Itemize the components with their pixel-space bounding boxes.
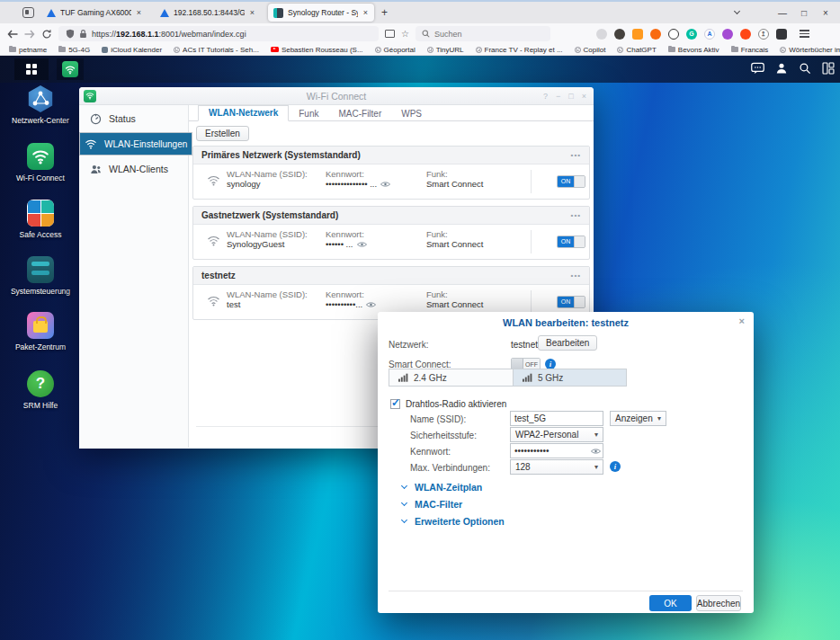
security-select[interactable]: WPA2-Personal ▾ bbox=[510, 427, 603, 442]
window-close-button[interactable]: × bbox=[815, 8, 836, 18]
widgets-icon[interactable] bbox=[822, 62, 835, 76]
dialog-close-icon[interactable]: × bbox=[739, 316, 745, 326]
section-wlan-zeitplan[interactable]: WLAN-Zeitplan bbox=[402, 482, 482, 493]
browser-tab-active[interactable]: Synology Router - SynologyRou × bbox=[268, 4, 374, 22]
bookmark-item[interactable]: Francais bbox=[731, 46, 769, 54]
bookmark-item[interactable]: petname bbox=[9, 46, 47, 54]
tab-2-4ghz[interactable]: 2.4 GHz bbox=[389, 369, 514, 386]
eye-icon[interactable] bbox=[380, 181, 390, 188]
tab-wlan-netzwerk[interactable]: WLAN-Netzwerk bbox=[198, 105, 289, 121]
firefox-view-icon[interactable] bbox=[22, 7, 34, 18]
eye-icon[interactable] bbox=[357, 241, 367, 248]
tab-close-icon[interactable]: × bbox=[249, 8, 255, 17]
network-toggle[interactable]: ON bbox=[557, 236, 585, 248]
section-mac-filter[interactable]: MAC-Filter bbox=[402, 499, 462, 510]
desktop-icon-safe-access[interactable]: Safe Access bbox=[0, 200, 81, 240]
desktop-icon-systemsteuerung[interactable]: Systemsteuerung bbox=[0, 256, 81, 297]
sidebar-item-wlan-einstellungen[interactable]: WLAN-Einstellungen bbox=[79, 132, 192, 156]
edit-network-button[interactable]: Bearbeiten bbox=[538, 335, 597, 351]
url-bar[interactable]: https://192.168.1.1:8001/webman/index.cg… bbox=[58, 26, 379, 41]
extension-icon[interactable] bbox=[650, 29, 661, 40]
panel-menu-icon[interactable]: ••• bbox=[571, 151, 581, 159]
network-row: WLAN-Name (SSID):synology Kennwort: ••••… bbox=[193, 164, 589, 199]
taskbar-wifi-connect-button[interactable] bbox=[57, 58, 84, 80]
tab-funk[interactable]: Funk bbox=[289, 107, 328, 121]
sidebar-item-status[interactable]: Status bbox=[79, 109, 188, 129]
desktop-icon-srm-hilfe[interactable]: ? SRM Hilfe bbox=[0, 370, 81, 411]
tab-mac-filter[interactable]: MAC-Filter bbox=[328, 107, 391, 121]
extension-icon[interactable] bbox=[722, 29, 733, 40]
notifications-icon[interactable] bbox=[751, 62, 764, 76]
tab-close-icon[interactable]: × bbox=[136, 8, 142, 17]
shield-icon[interactable] bbox=[66, 29, 75, 39]
main-menu-button[interactable] bbox=[14, 58, 49, 80]
extension-icon[interactable] bbox=[614, 29, 625, 40]
ssid-visibility-select[interactable]: Anzeigen ▾ bbox=[610, 411, 666, 426]
browser-tab-2[interactable]: 192.168.50.1:8443/Guest_netwo × bbox=[155, 4, 261, 22]
bookmark-item[interactable]: France TV - Replay et ... bbox=[476, 46, 563, 54]
extension-icon[interactable] bbox=[740, 29, 751, 40]
minimize-button[interactable]: − bbox=[556, 92, 560, 101]
network-panel-primary: Primäres Netzwerk (Systemstandard) ••• W… bbox=[192, 146, 590, 200]
forward-icon[interactable] bbox=[24, 30, 35, 39]
extension-icon[interactable]: G bbox=[686, 29, 697, 40]
panel-menu-icon[interactable]: ••• bbox=[571, 211, 581, 219]
bookmark-item[interactable]: Géoportal bbox=[375, 46, 416, 54]
extension-icon[interactable] bbox=[776, 29, 787, 40]
eye-icon[interactable] bbox=[366, 301, 376, 308]
eye-icon[interactable] bbox=[591, 447, 601, 457]
network-label: Netzwerk: bbox=[389, 340, 428, 350]
info-icon[interactable]: i bbox=[610, 461, 621, 472]
password-input[interactable] bbox=[510, 443, 603, 458]
close-button[interactable]: × bbox=[582, 92, 586, 101]
desktop-icon-netzwerk-center[interactable]: Netzwerk-Center bbox=[0, 85, 81, 126]
bookmark-item[interactable]: Sebastien Rousseau (S... bbox=[271, 46, 363, 54]
search-icon[interactable] bbox=[799, 62, 811, 76]
bookmark-item[interactable]: Wörterbücher im DW... bbox=[780, 46, 840, 54]
create-button[interactable]: Erstellen bbox=[196, 126, 249, 141]
bookmark-item[interactable]: Copilot bbox=[575, 46, 606, 54]
bookmark-item[interactable]: iCloud Kalender bbox=[102, 46, 162, 54]
help-button[interactable]: ? bbox=[543, 92, 548, 101]
window-maximize-button[interactable]: □ bbox=[793, 8, 815, 18]
radio-enable-checkbox[interactable]: ✓ bbox=[390, 399, 400, 409]
network-toggle[interactable]: ON bbox=[557, 175, 585, 188]
user-icon[interactable] bbox=[775, 62, 788, 76]
lock-icon[interactable] bbox=[79, 29, 87, 39]
bookmark-item[interactable]: ACs IT Tutorials - Seh... bbox=[174, 46, 259, 54]
list-all-tabs-icon[interactable] bbox=[734, 8, 740, 14]
cancel-button[interactable]: Abbrechen bbox=[696, 595, 741, 611]
extension-icon[interactable] bbox=[596, 29, 607, 40]
max-connections-select[interactable]: 128 ▾ bbox=[510, 459, 603, 475]
extension-icon[interactable]: A bbox=[704, 29, 715, 40]
bookmark-item[interactable]: 5G-4G bbox=[58, 46, 90, 54]
bookmark-item[interactable]: TinyURL bbox=[427, 46, 464, 54]
tab-close-icon[interactable]: × bbox=[362, 8, 369, 17]
search-box[interactable] bbox=[416, 26, 550, 41]
reload-icon[interactable] bbox=[41, 29, 52, 40]
maximize-button[interactable]: □ bbox=[568, 92, 573, 101]
sidebar-item-wlan-clients[interactable]: WLAN-Clients bbox=[79, 159, 188, 179]
back-icon[interactable] bbox=[7, 30, 18, 39]
bookmark-item[interactable]: ChatGPT bbox=[617, 46, 656, 54]
ok-button[interactable]: OK bbox=[649, 595, 692, 611]
browser-tab-1[interactable]: TUF Gaming AX6000 | WiFi Rou × bbox=[41, 4, 147, 22]
bookmark-star-icon[interactable]: ☆ bbox=[401, 29, 409, 39]
window-minimize-button[interactable]: — bbox=[772, 8, 793, 18]
network-toggle[interactable]: ON bbox=[557, 296, 585, 308]
reader-mode-icon[interactable] bbox=[385, 30, 395, 38]
share-icon[interactable]: ↥ bbox=[758, 29, 769, 40]
bookmark-item[interactable]: Bevons Aktiv bbox=[668, 46, 719, 54]
panel-menu-icon[interactable]: ••• bbox=[571, 271, 581, 280]
desktop-icon-paket-zentrum[interactable]: Paket-Zentrum bbox=[0, 312, 81, 352]
extension-icon[interactable] bbox=[668, 29, 679, 40]
tab-5ghz[interactable]: 5 GHz bbox=[514, 369, 626, 386]
section-erweiterte-optionen[interactable]: Erweiterte Optionen bbox=[402, 516, 505, 527]
tab-wps[interactable]: WPS bbox=[391, 107, 432, 121]
new-tab-button[interactable]: + bbox=[381, 6, 388, 19]
extension-icon[interactable] bbox=[632, 29, 643, 40]
search-input[interactable] bbox=[434, 30, 533, 39]
desktop-icon-wifi-connect[interactable]: Wi-Fi Connect bbox=[0, 143, 81, 183]
menu-icon[interactable] bbox=[800, 30, 809, 38]
ssid-input[interactable] bbox=[510, 411, 603, 426]
